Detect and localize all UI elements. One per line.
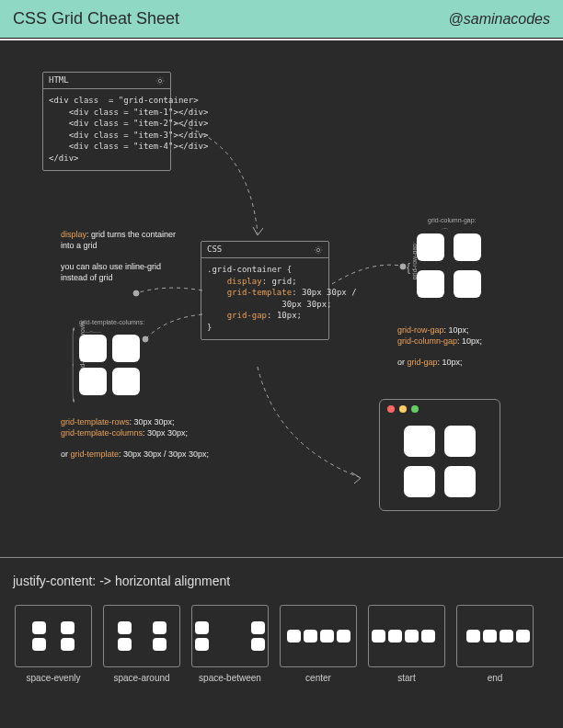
jc-label: space-around: [103, 673, 180, 683]
grid-cell: [79, 335, 107, 362]
code-box-header: HTML: [43, 73, 170, 89]
grid-cell: [112, 368, 140, 395]
grid-cell: [112, 335, 140, 362]
close-dot-icon: [387, 405, 395, 413]
justify-content-row: space-evenly space-around space-between: [15, 605, 534, 683]
jc-space-evenly: space-evenly: [15, 605, 92, 683]
grid-cell: [404, 466, 435, 497]
gear-icon: [314, 245, 323, 255]
bracket-left: ⎧⎩: [71, 327, 75, 401]
html-code-body: <div class = "grid-container> <div class…: [43, 89, 170, 170]
css-code-body: .grid-container { display: grid; grid-te…: [201, 258, 328, 339]
divider: [0, 557, 563, 558]
maximize-dot-icon: [411, 405, 419, 413]
html-code-box: HTML <div class = "grid-container> <div …: [42, 72, 171, 171]
gear-icon: [155, 76, 165, 85]
arrow-icon: [166, 114, 285, 243]
arrow-icon: [248, 362, 377, 491]
svg-point-2: [400, 264, 406, 269]
css-code-box: CSS .grid-container { display: grid; gri…: [201, 241, 329, 340]
gcg-label: grid-column-gap:: [428, 217, 477, 223]
code-box-header: CSS: [201, 242, 328, 258]
gtc-label: grid-template-columns:: [79, 319, 144, 325]
window-controls: [380, 400, 500, 418]
author-handle: @saminacodes: [448, 11, 550, 28]
svg-point-1: [143, 336, 148, 342]
jc-label: space-between: [191, 673, 269, 683]
result-grid: [404, 426, 476, 497]
result-window: [379, 399, 500, 511]
jc-label: start: [368, 673, 445, 683]
svg-point-0: [133, 290, 139, 296]
jc-center: center: [280, 605, 357, 683]
jc-label: end: [456, 673, 534, 683]
gap-note: grid-row-gap: 10px; grid-column-gap: 10p…: [397, 325, 482, 369]
jc-end: end: [456, 605, 534, 683]
jc-label: space-evenly: [15, 673, 92, 683]
grid-cell: [417, 233, 444, 261]
content-area: HTML <div class = "grid-container> <div …: [0, 40, 563, 728]
jc-space-around: space-around: [103, 605, 180, 683]
html-label: HTML: [49, 74, 69, 86]
grid-cell: [417, 270, 444, 298]
jc-space-between: space-between: [191, 605, 269, 683]
jc-start: start: [368, 605, 445, 683]
gap-mini-grid: [417, 233, 481, 298]
arrow-icon: [138, 307, 212, 344]
css-label: CSS: [207, 244, 222, 256]
grid-cell: [454, 270, 481, 298]
minimize-dot-icon: [399, 405, 407, 413]
header: CSS Grid Cheat Sheet @saminacodes: [0, 0, 563, 39]
template-mini-grid: [79, 335, 140, 395]
display-note: display: grid turns the container into a…: [61, 230, 180, 283]
justify-content-heading: justify-content: -> horizontal alignment: [13, 574, 230, 588]
grid-cell: [79, 368, 107, 395]
grid-cell: [444, 466, 476, 497]
grid-cell: [404, 426, 435, 457]
arrow-icon: [327, 256, 410, 293]
grid-cell: [444, 426, 476, 457]
jc-label: center: [280, 673, 357, 683]
template-note: grid-template-rows: 30px 30px; grid-temp…: [61, 417, 209, 461]
grid-cell: [454, 233, 481, 261]
arrow-icon: [129, 279, 212, 307]
page-title: CSS Grid Cheat Sheet: [13, 9, 179, 28]
